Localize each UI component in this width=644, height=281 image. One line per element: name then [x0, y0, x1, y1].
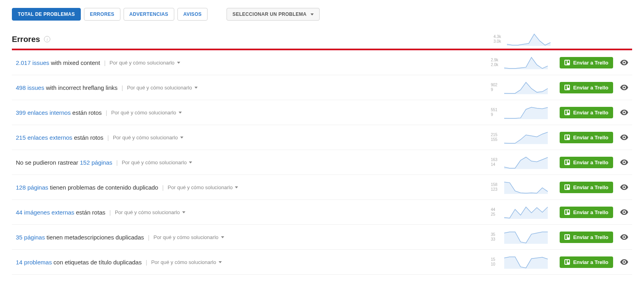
spark-low: 10 — [491, 262, 502, 267]
eye-icon[interactable] — [620, 135, 628, 140]
svg-point-5 — [623, 186, 625, 188]
trello-label: Enviar a Trello — [573, 184, 608, 190]
issue-link[interactable]: 44 imágenes externas — [16, 209, 74, 216]
dropdown-label: SELECCIONAR UN PROBLEMA — [232, 11, 307, 17]
spark-low: 14 — [491, 162, 502, 167]
why-label: Por qué y cómo solucionarlo — [110, 60, 175, 66]
trello-icon — [564, 184, 570, 190]
spark-low: 155 — [491, 137, 502, 142]
why-how-toggle[interactable]: Por qué y cómo solucionarlo — [127, 85, 198, 91]
issue-text: 2.017 issues with mixed content|Por qué … — [16, 59, 491, 66]
send-to-trello-button[interactable]: Enviar a Trello — [560, 157, 613, 168]
chevron-down-icon — [221, 236, 224, 238]
eye-icon[interactable] — [620, 259, 628, 265]
spark-low: 123 — [491, 187, 502, 192]
eye-icon[interactable] — [620, 60, 628, 65]
issue-row: 399 enlaces internos están rotos|Por qué… — [12, 100, 632, 125]
send-to-trello-button[interactable]: Enviar a Trello — [560, 57, 613, 68]
issue-row: 14 problemas con etiquetas de título dup… — [12, 250, 632, 275]
issue-rest: están rotos — [72, 134, 103, 141]
issue-rest: están rotas — [74, 209, 105, 216]
spark-low: 33 — [491, 237, 502, 242]
trello-icon — [564, 60, 570, 65]
tab-total-problems[interactable]: TOTAL DE PROBLEMAS — [12, 8, 81, 21]
issue-row: 44 imágenes externas están rotas|Por qué… — [12, 200, 632, 225]
sparkline-chart — [504, 81, 548, 94]
spark-low: 9 — [491, 87, 502, 92]
chevron-down-icon — [182, 211, 185, 213]
spark-high: 4.3k — [493, 34, 505, 39]
trello-icon — [564, 234, 570, 240]
eye-icon[interactable] — [620, 209, 628, 215]
issue-text: 128 páginas tienen problemas de contenid… — [16, 184, 491, 191]
sparkline-cell: 2.9k2.0k — [491, 56, 550, 69]
tab-warnings[interactable]: ADVERTENCIAS — [124, 8, 174, 21]
svg-point-3 — [623, 137, 625, 139]
send-to-trello-button[interactable]: Enviar a Trello — [560, 182, 613, 193]
send-to-trello-button[interactable]: Enviar a Trello — [560, 207, 613, 218]
issue-link[interactable]: 35 páginas — [16, 234, 45, 241]
eye-icon[interactable] — [620, 184, 628, 190]
issue-link[interactable]: 215 enlaces externos — [16, 134, 72, 141]
tab-errors[interactable]: ERRORES — [84, 8, 120, 21]
tab-notices[interactable]: AVISOS — [177, 8, 208, 21]
sparkline-chart — [504, 56, 548, 69]
eye-icon[interactable] — [620, 85, 628, 90]
spark-high: 163 — [491, 158, 502, 162]
sparkline-chart — [507, 32, 551, 46]
spark-low: 25 — [491, 212, 502, 217]
spark-high: 902 — [491, 83, 502, 87]
eye-icon[interactable] — [620, 110, 628, 115]
sparkline-chart — [504, 180, 548, 194]
why-how-toggle[interactable]: Por qué y cómo solucionarlo — [111, 110, 182, 116]
issue-link[interactable]: 14 problemas — [16, 259, 52, 266]
select-problem-dropdown[interactable]: SELECCIONAR UN PROBLEMA — [227, 8, 320, 21]
why-how-toggle[interactable]: Por qué y cómo solucionarlo — [122, 159, 192, 165]
svg-point-2 — [623, 112, 625, 114]
send-to-trello-button[interactable]: Enviar a Trello — [560, 107, 613, 118]
separator: | — [162, 184, 164, 191]
issue-link[interactable]: 2.017 issues — [16, 59, 49, 66]
why-how-toggle[interactable]: Por qué y cómo solucionarlo — [113, 135, 183, 140]
why-how-toggle[interactable]: Por qué y cómo solucionarlo — [153, 234, 224, 240]
chevron-down-icon — [194, 87, 198, 89]
eye-icon[interactable] — [620, 159, 628, 165]
issue-rest: tienen problemas de contenido duplicado — [48, 184, 158, 191]
why-how-toggle[interactable]: Por qué y cómo solucionarlo — [110, 60, 180, 66]
issue-text: 44 imágenes externas están rotas|Por qué… — [16, 209, 491, 216]
chevron-down-icon — [189, 161, 192, 163]
issue-link[interactable]: 498 issues — [16, 84, 44, 91]
sparkline-cell: 5519 — [491, 106, 550, 119]
trello-label: Enviar a Trello — [573, 85, 608, 91]
why-how-toggle[interactable]: Por qué y cómo solucionarlo — [151, 259, 222, 265]
spark-low: 3.0k — [493, 39, 505, 44]
send-to-trello-button[interactable]: Enviar a Trello — [560, 256, 613, 268]
trello-label: Enviar a Trello — [573, 259, 608, 265]
send-to-trello-button[interactable]: Enviar a Trello — [560, 82, 613, 93]
issue-link[interactable]: 152 páginas — [80, 159, 112, 166]
why-how-toggle[interactable]: Por qué y cómo solucionarlo — [115, 209, 185, 215]
separator: | — [104, 59, 106, 66]
trello-label: Enviar a Trello — [573, 60, 608, 66]
info-icon[interactable]: i — [44, 36, 50, 42]
sparkline-cell: 3533 — [491, 230, 550, 244]
issue-link[interactable]: 399 enlaces internos — [16, 109, 70, 116]
why-how-toggle[interactable]: Por qué y cómo solucionarlo — [168, 184, 238, 190]
separator: | — [109, 209, 111, 216]
svg-point-7 — [623, 236, 625, 238]
issue-link[interactable]: 128 páginas — [16, 184, 48, 191]
send-to-trello-button[interactable]: Enviar a Trello — [560, 232, 613, 243]
issue-rest: with incorrect hreflang links — [44, 84, 118, 91]
sparkline-cell: 16314 — [491, 156, 550, 169]
trello-label: Enviar a Trello — [573, 159, 608, 165]
issue-rest: tienen metadescripciones duplicadas — [45, 234, 144, 241]
issue-row: 128 páginas tienen problemas de contenid… — [12, 175, 632, 200]
chevron-down-icon — [180, 137, 183, 139]
issue-prefix: No se pudieron rastrear — [16, 159, 80, 166]
eye-icon[interactable] — [620, 234, 628, 240]
why-label: Por qué y cómo solucionarlo — [168, 184, 232, 190]
why-label: Por qué y cómo solucionarlo — [111, 110, 176, 116]
sparkline-cell: 4425 — [491, 205, 550, 219]
send-to-trello-button[interactable]: Enviar a Trello — [560, 132, 613, 143]
trello-icon — [564, 85, 570, 90]
